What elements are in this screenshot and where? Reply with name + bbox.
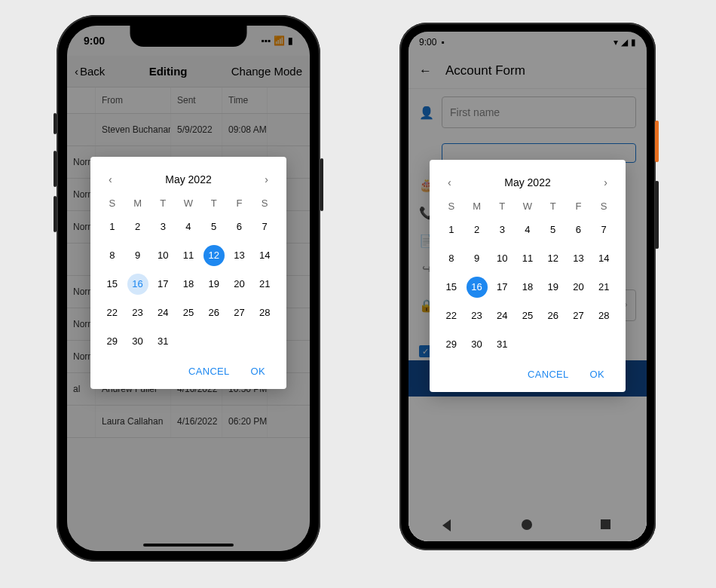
day-of-week-label: S	[99, 198, 125, 209]
calendar-day[interactable]: 12	[543, 248, 564, 269]
calendar-day[interactable]: 16	[127, 274, 148, 295]
calendar-day[interactable]: 9	[127, 245, 148, 266]
calendar-day[interactable]: 2	[127, 216, 148, 237]
calendar-grid: SMTWTFS123456789101112131415161718192021…	[99, 196, 277, 358]
calendar-day[interactable]: 10	[491, 248, 513, 269]
calendar-day[interactable]: 23	[127, 302, 148, 323]
calendar-day[interactable]: 21	[254, 274, 275, 295]
calendar-actions: CANCEL OK	[99, 358, 277, 384]
date-picker: ‹ May 2022 › SMTWTFS12345678910111213141…	[430, 160, 626, 392]
day-of-week-label: W	[176, 198, 201, 209]
day-of-week-label: S	[252, 198, 277, 209]
day-of-week-label: M	[125, 198, 151, 209]
cancel-button[interactable]: CANCEL	[188, 366, 230, 377]
next-month-button[interactable]: ›	[262, 170, 271, 188]
calendar-day[interactable]: 16	[467, 277, 488, 298]
calendar-day[interactable]: 29	[102, 331, 123, 352]
calendar-day[interactable]: 22	[102, 302, 123, 323]
cancel-button[interactable]: CANCEL	[528, 369, 569, 380]
next-month-button[interactable]: ›	[601, 173, 610, 191]
day-of-week-label: S	[591, 201, 617, 212]
calendar-day[interactable]: 19	[203, 274, 225, 295]
calendar-day[interactable]: 8	[441, 248, 462, 269]
calendar-grid: SMTWTFS123456789101112131415161718192021…	[439, 199, 617, 361]
month-header: ‹ May 2022 ›	[99, 167, 277, 196]
calendar-day[interactable]: 7	[593, 219, 614, 240]
calendar-day[interactable]: 13	[228, 245, 249, 266]
day-of-week-label: T	[540, 201, 566, 212]
calendar-day[interactable]: 3	[152, 216, 173, 237]
calendar-day[interactable]: 5	[203, 216, 225, 237]
calendar-day[interactable]: 28	[593, 305, 614, 326]
calendar-day[interactable]: 17	[152, 274, 173, 295]
prev-month-button[interactable]: ‹	[445, 173, 454, 191]
calendar-day[interactable]: 18	[178, 274, 199, 295]
calendar-day[interactable]: 1	[441, 219, 462, 240]
calendar-day[interactable]: 20	[568, 277, 589, 298]
calendar-day[interactable]: 24	[491, 305, 513, 326]
calendar-day[interactable]: 9	[467, 248, 488, 269]
calendar-day[interactable]: 26	[543, 305, 564, 326]
month-label: May 2022	[504, 176, 550, 188]
calendar-day[interactable]: 13	[568, 248, 589, 269]
calendar-day[interactable]: 30	[467, 334, 488, 355]
month-label: May 2022	[165, 173, 211, 185]
modal-overlay[interactable]: ‹ May 2022 › SMTWTFS12345678910111213141…	[408, 32, 647, 541]
iphone-power-button	[320, 158, 323, 211]
calendar-day[interactable]: 11	[517, 248, 538, 269]
calendar-day[interactable]: 7	[254, 216, 275, 237]
ok-button[interactable]: OK	[590, 369, 604, 380]
calendar-day[interactable]: 20	[228, 274, 249, 295]
pixel-power-button	[655, 121, 659, 162]
modal-overlay[interactable]: ‹ May 2022 › SMTWTFS12345678910111213141…	[67, 26, 310, 551]
calendar-day[interactable]: 12	[203, 245, 225, 266]
day-of-week-label: T	[150, 198, 176, 209]
calendar-day[interactable]: 11	[178, 245, 199, 266]
calendar-day[interactable]: 19	[543, 277, 564, 298]
calendar-day[interactable]: 27	[568, 305, 589, 326]
calendar-day[interactable]: 22	[441, 305, 462, 326]
calendar-day[interactable]: 24	[152, 302, 173, 323]
calendar-day[interactable]: 31	[152, 331, 173, 352]
calendar-day[interactable]: 21	[593, 277, 614, 298]
calendar-day[interactable]: 23	[467, 305, 488, 326]
day-of-week-label: T	[489, 201, 515, 212]
calendar-day[interactable]: 25	[517, 305, 538, 326]
iphone-mute-switch	[54, 113, 57, 134]
pixel-device-frame: 9:00 ▪ ▾ ◢ ▮ ← Account Form 👤 First name	[399, 23, 656, 550]
calendar-day[interactable]: 3	[491, 219, 513, 240]
calendar-day[interactable]: 4	[517, 219, 538, 240]
day-of-week-label: S	[439, 201, 464, 212]
calendar-day[interactable]: 18	[517, 277, 538, 298]
calendar-day[interactable]: 14	[254, 245, 275, 266]
day-of-week-label: F	[566, 201, 592, 212]
calendar-day[interactable]: 15	[441, 277, 462, 298]
pixel-volume-button	[655, 181, 659, 249]
iphone-device-frame: 9:00 ▪▪▪ 📶 ▮ ‹ Back Editing Change Mode …	[57, 15, 320, 562]
calendar-day[interactable]: 15	[102, 274, 123, 295]
calendar-day[interactable]: 26	[203, 302, 225, 323]
calendar-day[interactable]: 6	[568, 219, 589, 240]
calendar-day[interactable]: 27	[228, 302, 249, 323]
calendar-day[interactable]: 10	[152, 245, 173, 266]
calendar-day[interactable]: 14	[593, 248, 614, 269]
calendar-day[interactable]: 4	[178, 216, 199, 237]
calendar-day[interactable]: 17	[491, 277, 513, 298]
day-of-week-label: F	[227, 198, 252, 209]
prev-month-button[interactable]: ‹	[106, 170, 115, 188]
ok-button[interactable]: OK	[251, 366, 265, 377]
calendar-day[interactable]: 1	[102, 216, 123, 237]
calendar-day[interactable]: 28	[254, 302, 275, 323]
calendar-day[interactable]: 25	[178, 302, 199, 323]
calendar-day[interactable]: 2	[467, 219, 488, 240]
day-of-week-label: T	[201, 198, 227, 209]
calendar-day[interactable]: 30	[127, 331, 148, 352]
calendar-day[interactable]: 8	[102, 245, 123, 266]
calendar-day[interactable]: 31	[491, 334, 513, 355]
calendar-day[interactable]: 29	[441, 334, 462, 355]
iphone-screen: 9:00 ▪▪▪ 📶 ▮ ‹ Back Editing Change Mode …	[67, 26, 310, 551]
month-header: ‹ May 2022 ›	[439, 170, 617, 199]
calendar-day[interactable]: 5	[543, 219, 564, 240]
calendar-day[interactable]: 6	[228, 216, 249, 237]
calendar-actions: CANCEL OK	[439, 361, 617, 387]
